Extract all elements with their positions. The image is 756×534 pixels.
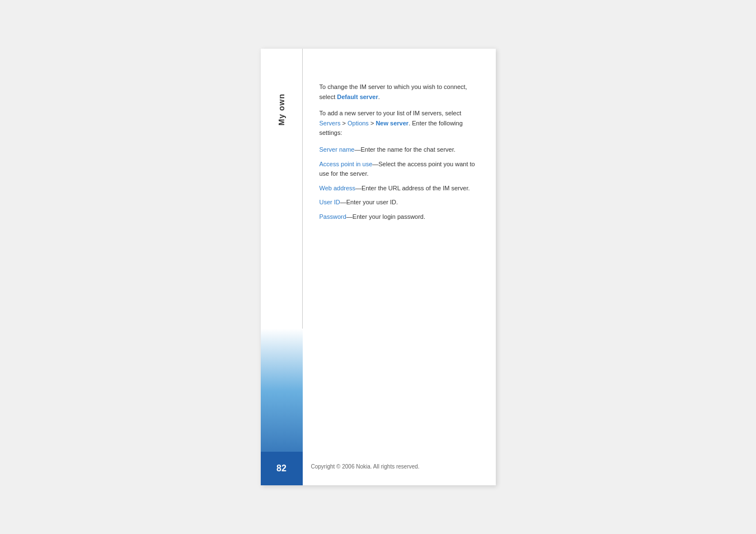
para2-sep2: >: [369, 120, 376, 127]
term-server-name: Server name—Enter the name for the chat …: [320, 145, 479, 155]
term-password: Password—Enter your login password.: [320, 212, 479, 222]
term-web-address-label: Web address: [320, 185, 356, 191]
para2-sep1: >: [340, 120, 348, 127]
default-server-link[interactable]: Default server: [337, 93, 378, 100]
page-number: 82: [276, 463, 287, 474]
term-user-id-label: User ID: [320, 199, 340, 205]
para2-start: To add a new server to your list of IM s…: [320, 110, 462, 116]
para1-end: .: [378, 93, 380, 100]
sidebar-label: My own: [277, 93, 286, 125]
term-server-name-label: Server name: [320, 146, 355, 153]
intro-paragraph-1: To change the IM server to which you wis…: [320, 82, 479, 102]
left-sidebar: My own 82: [261, 49, 303, 485]
term-access-point-dash: —: [372, 161, 378, 167]
term-access-point-label: Access point in use: [320, 161, 373, 167]
sidebar-label-container: My own: [261, 49, 303, 485]
servers-link[interactable]: Servers: [320, 120, 341, 127]
options-link[interactable]: Options: [348, 120, 369, 127]
term-user-id: User ID—Enter your user ID.: [320, 198, 479, 208]
term-password-dash: —: [346, 213, 353, 220]
main-content: To change the IM server to which you wis…: [303, 49, 496, 485]
term-password-def: Enter your login password.: [353, 213, 425, 220]
term-web-address-def: Enter the URL address of the IM server.: [361, 185, 469, 191]
new-server-link[interactable]: New server: [375, 120, 408, 127]
copyright: Copyright © 2006 Nokia. All rights reser…: [311, 463, 420, 470]
term-web-address: Web address—Enter the URL address of the…: [320, 184, 479, 194]
term-server-name-def: Enter the name for the chat server.: [360, 146, 455, 153]
term-user-id-dash: —: [340, 199, 346, 205]
term-web-address-dash: —: [355, 185, 361, 191]
book-page: My own 82 To change the IM server to whi…: [261, 49, 496, 485]
intro-paragraph-2: To add a new server to your list of IM s…: [320, 109, 479, 138]
page-container: My own 82 To change the IM server to whi…: [0, 0, 756, 534]
term-user-id-def: Enter your user ID.: [346, 199, 398, 205]
term-access-point: Access point in use—Select the access po…: [320, 160, 479, 179]
term-server-name-dash: —: [354, 146, 360, 153]
page-number-area: 82: [261, 452, 303, 485]
term-password-label: Password: [320, 213, 346, 220]
